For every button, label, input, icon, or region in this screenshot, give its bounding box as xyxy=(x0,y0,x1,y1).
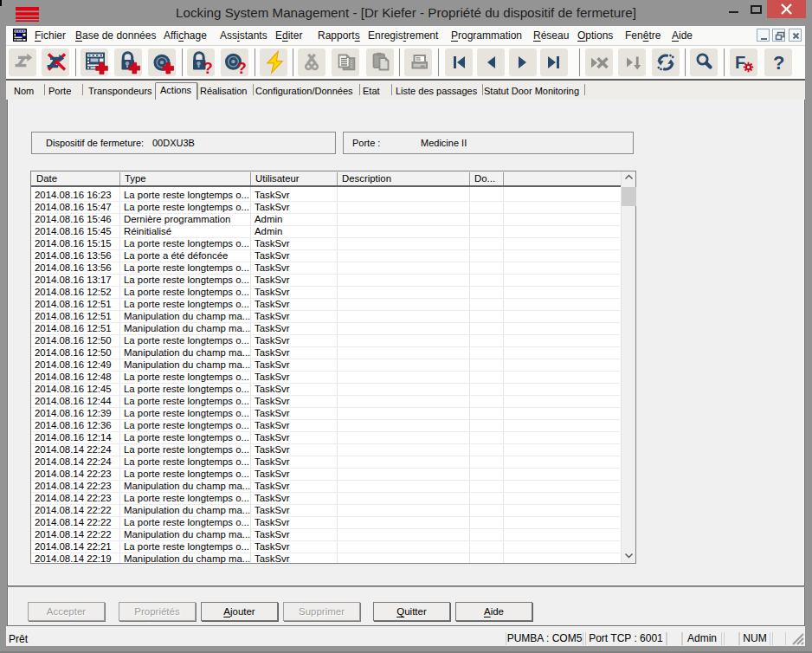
svg-text:?: ? xyxy=(237,59,247,77)
svg-text:F: F xyxy=(735,53,745,72)
svg-text:?: ? xyxy=(203,59,213,77)
svg-text:?: ? xyxy=(773,52,784,74)
